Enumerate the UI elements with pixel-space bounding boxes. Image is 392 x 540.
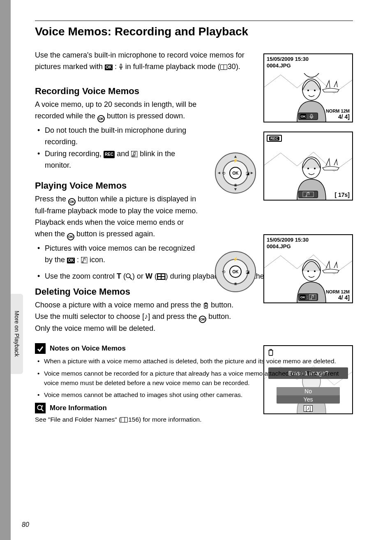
book-icon: [220, 65, 227, 70]
screenshot-playback: 15/05/2009 15:30 0004.JPG NORM 12M 4/ 4]…: [263, 53, 353, 122]
note-item-3: Voice memos cannot be attached to images…: [44, 390, 353, 399]
svg-text:OK: OK: [233, 270, 239, 274]
notes-heading: Notes on Voice Memos: [50, 344, 126, 353]
lcd-ok-memo-indicator: OK:: [298, 293, 318, 301]
svg-point-20: [126, 274, 130, 278]
svg-text:◪: ◪: [246, 270, 249, 274]
svg-point-36: [307, 270, 309, 272]
lcd-quality: NORM 12M: [326, 289, 350, 294]
multi-selector-illustration-1: OK ⚡ ❀ ⟲ ◪: [214, 152, 256, 196]
note-item-2: Voice memos cannot be recorded for a pic…: [44, 369, 353, 388]
intro-paragraph: Use the camera's built-in microphone to …: [35, 50, 244, 73]
ok-badge-icon: OK: [67, 258, 75, 263]
lcd-preview-2: REC [ 17s]: [263, 132, 353, 201]
page-number: 80: [22, 521, 29, 528]
svg-text:❀: ❀: [234, 183, 237, 187]
page-title: Voice Memos: Recording and Playback: [35, 25, 353, 38]
svg-line-21: [130, 277, 132, 279]
ok-button-icon: OK: [68, 198, 76, 205]
svg-point-45: [42, 406, 43, 407]
book-icon: [121, 417, 128, 422]
recording-bullets: Do not touch the built-in microphone dur…: [35, 125, 199, 172]
lcd-counter: 4/ 4]: [338, 294, 350, 301]
playing-body: Press the OK button while a picture is d…: [35, 194, 199, 240]
lcd-datetime: 15/05/2009 15:30: [267, 56, 309, 62]
voice-memo-option-icon: [♪]: [142, 312, 150, 321]
svg-point-43: [37, 406, 42, 410]
screenshot-playing: 15/05/2009 15:30 0004.JPG NORM 12M 4/ 4]…: [263, 234, 353, 303]
erase-memo-option: [♪]: [264, 404, 352, 412]
svg-text:OK: OK: [233, 171, 239, 175]
info-icon: [35, 403, 46, 413]
magnifier-icon: [126, 272, 132, 280]
deleting-body: Choose a picture with a voice memo and p…: [35, 300, 244, 335]
rec-badge-icon: REC: [104, 151, 115, 158]
caution-icon: [35, 343, 46, 354]
screenshot-recording: REC [ 17s]: [263, 132, 353, 201]
recording-bullet-2: During recording, REC and blink in the m…: [45, 148, 199, 171]
lcd-filename: 0004.JPG: [267, 62, 291, 69]
playing-bullet-1: Pictures with voice memos can be recogni…: [45, 243, 199, 266]
svg-point-16: [307, 168, 309, 169]
section-deleting: Deleting Voice Memos Choose a picture wi…: [35, 286, 244, 335]
svg-rect-23: [158, 274, 161, 276]
ok-badge-icon: OK: [105, 65, 113, 70]
svg-text:⟲: ⟲: [222, 171, 226, 175]
svg-text:⟲: ⟲: [222, 270, 226, 274]
svg-text::: :: [307, 115, 309, 119]
svg-rect-24: [162, 274, 165, 276]
svg-point-1: [307, 90, 309, 91]
lcd-datetime: 15/05/2009 15:30: [267, 237, 309, 243]
left-margin-strip: [0, 0, 11, 540]
svg-text:⚡: ⚡: [233, 158, 238, 163]
voice-memo-icon: [131, 150, 138, 158]
zoom-w-label: W: [145, 272, 152, 280]
rec-indicator: REC: [267, 135, 282, 142]
deleting-heading: Deleting Voice Memos: [35, 286, 244, 297]
lcd-preview-1: 15/05/2009 15:30 0004.JPG NORM 12M 4/ 4]…: [263, 53, 353, 122]
trash-icon: [203, 301, 209, 309]
zoom-t-label: T: [117, 272, 121, 280]
section-recording: Recording Voice Memos A voice memo, up t…: [35, 86, 199, 171]
multi-selector-illustration-2: OK ⚡ ❀ ⟲ ◪: [214, 251, 256, 294]
ok-button-icon: OK: [97, 115, 105, 122]
lcd-filename: 0004.JPG: [267, 243, 291, 249]
svg-point-2: [314, 90, 316, 91]
voice-memo-icon: [81, 256, 88, 264]
svg-rect-26: [162, 277, 165, 279]
svg-point-17: [314, 168, 316, 169]
svg-text:❀: ❀: [234, 282, 237, 286]
microphone-icon: [119, 62, 123, 71]
note-item-1: When a picture with a voice memo attache…: [44, 356, 353, 366]
ok-button-icon: OK: [67, 233, 74, 240]
chapter-side-tab: More on Playback: [11, 294, 23, 374]
svg-text:OK: OK: [301, 115, 306, 118]
svg-text::: :: [307, 295, 308, 300]
svg-line-44: [41, 409, 43, 411]
section-playing: Playing Voice Memos Press the OK button …: [35, 180, 199, 266]
svg-text:◪: ◪: [246, 171, 249, 175]
svg-text:OK: OK: [300, 295, 305, 299]
svg-point-37: [314, 270, 316, 272]
lcd-quality: NORM 12M: [326, 108, 350, 113]
recording-heading: Recording Voice Memos: [35, 86, 199, 97]
lcd-memo-indicator: [298, 191, 318, 198]
manual-page: More on Playback Voice Memos: Recording …: [0, 0, 392, 540]
lcd-ok-mic-indicator: OK:: [298, 113, 318, 120]
thumbnails-icon: [157, 272, 166, 280]
more-info-text: See "File and Folder Names" (156) for mo…: [35, 416, 353, 423]
side-tab-label: More on Playback: [14, 311, 20, 357]
ok-button-icon: OK: [199, 316, 206, 323]
svg-text:⚡: ⚡: [233, 256, 238, 262]
notes-list: When a picture with a voice memo attache…: [35, 356, 353, 399]
more-info-heading: More Information: [50, 404, 107, 412]
lcd-counter: 4/ 4]: [338, 113, 350, 120]
lcd-rec-timer: [ 17s]: [334, 192, 350, 198]
recording-body: A voice memo, up to 20 seconds in length…: [35, 99, 199, 122]
svg-rect-25: [158, 277, 161, 279]
playing-heading: Playing Voice Memos: [35, 180, 199, 191]
playing-bullets: Pictures with voice memos can be recogni…: [35, 243, 199, 266]
recording-bullet-1: Do not touch the built-in microphone dur…: [45, 125, 199, 148]
lcd-preview-3: 15/05/2009 15:30 0004.JPG NORM 12M 4/ 4]…: [263, 234, 353, 303]
title-rule: [35, 21, 353, 21]
